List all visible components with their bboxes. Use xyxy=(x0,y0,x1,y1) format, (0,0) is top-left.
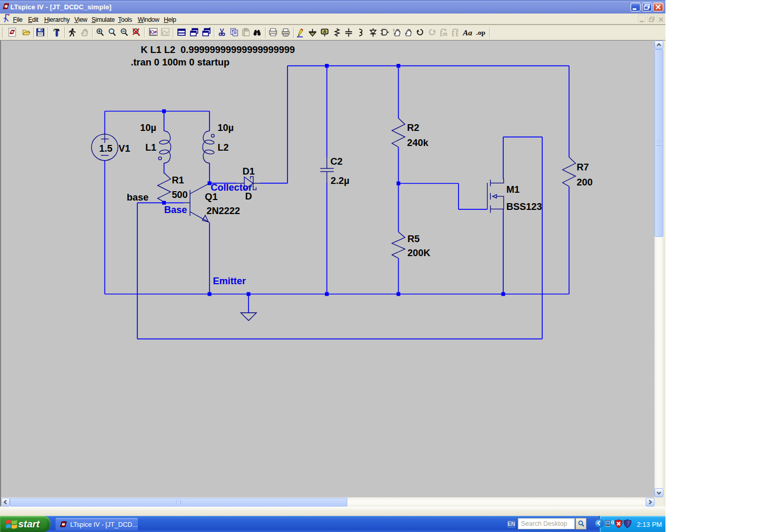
svg-text:Aa: Aa xyxy=(462,28,472,37)
svg-text:.op: .op xyxy=(476,29,486,36)
svg-text:A: A xyxy=(323,29,326,34)
